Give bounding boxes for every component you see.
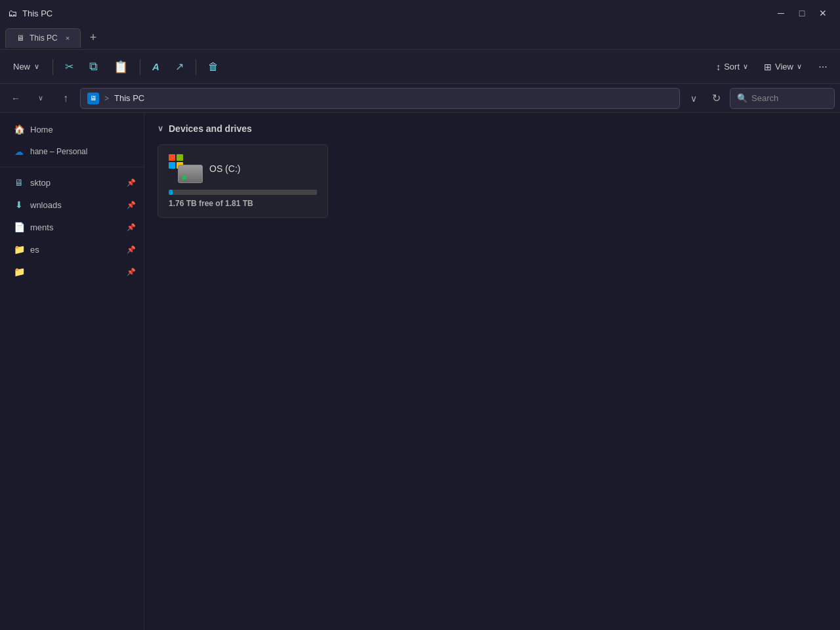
- tab-bar: 🖥 This PC × +: [0, 26, 840, 50]
- back-button[interactable]: ←: [5, 88, 26, 109]
- cloud-icon: ☁: [13, 146, 25, 157]
- toolbar-right: ↕ Sort ∨ ⊞ View ∨ ···: [709, 55, 835, 79]
- new-tab-button[interactable]: +: [83, 28, 103, 48]
- minimize-button[interactable]: ─: [772, 4, 790, 22]
- search-placeholder-text: Search: [751, 93, 778, 103]
- refresh-icon: ↻: [712, 92, 721, 104]
- tab-icon: 🖥: [16, 33, 24, 43]
- share-icon: ↗: [175, 60, 184, 73]
- back-icon: ←: [11, 93, 20, 104]
- drive-space-fill: [169, 190, 173, 195]
- desktop-pin-icon: 📌: [127, 178, 136, 187]
- extra-pin-icon: 📌: [127, 268, 136, 276]
- sidebar-files-label: es: [30, 245, 39, 255]
- sidebar-item-personal[interactable]: ☁ hane – Personal: [0, 140, 144, 163]
- more-icon: ···: [818, 61, 827, 73]
- search-box[interactable]: 🔍 Search: [730, 88, 835, 109]
- win-square-green: [177, 154, 183, 161]
- delete-button[interactable]: 🗑: [201, 55, 225, 79]
- tab-label: This PC: [30, 33, 58, 43]
- address-bar-row: ← ∨ ↑ 🖥 > This PC ∨ ↻ 🔍 Search: [0, 84, 840, 113]
- view-label: View: [775, 62, 793, 72]
- drive-icon-wrapper: [169, 154, 203, 183]
- extra-icon: 📁: [13, 266, 25, 277]
- share-button[interactable]: ↗: [169, 55, 190, 79]
- downloads-pin-icon: 📌: [127, 201, 136, 209]
- history-chevron-icon: ∨: [38, 94, 43, 102]
- new-button-label: New: [13, 62, 30, 72]
- rename-icon: A: [152, 61, 159, 72]
- sort-chevron-icon: ∨: [743, 62, 748, 71]
- address-pc-icon: 🖥: [87, 93, 99, 104]
- hdd-icon: [178, 165, 203, 183]
- title-bar-title: This PC: [22, 9, 52, 18]
- toolbar: New ∨ ✂ ⧉ 📋 A ↗ 🗑 ↕ Sort ∨ ⊞ View ∨ ···: [0, 50, 840, 84]
- sort-button[interactable]: ↕ Sort ∨: [709, 55, 755, 79]
- desktop-icon: 🖥: [13, 177, 25, 188]
- sidebar-home-label: Home: [30, 125, 53, 135]
- drive-space-bar: [169, 190, 317, 195]
- cut-icon: ✂: [65, 60, 74, 73]
- win-square-blue: [169, 162, 175, 169]
- history-dropdown-button[interactable]: ∨: [30, 88, 51, 109]
- address-bar-actions: ∨ ↻: [684, 89, 726, 108]
- up-button[interactable]: ↑: [55, 88, 76, 109]
- win-square-red: [169, 154, 175, 161]
- home-icon: 🏠: [13, 124, 25, 135]
- cut-button[interactable]: ✂: [58, 55, 80, 79]
- pc-icon-glyph: 🖥: [90, 94, 96, 102]
- more-options-button[interactable]: ···: [811, 55, 835, 79]
- devices-section-chevron[interactable]: ∨: [158, 124, 163, 133]
- sidebar-divider: [0, 167, 144, 167]
- toolbar-separator-2: [140, 59, 140, 75]
- drive-item-c[interactable]: OS (C:) 1.76 TB free of 1.81 TB: [158, 144, 328, 218]
- sort-arrows-icon: ↕: [716, 62, 721, 72]
- close-button[interactable]: ✕: [814, 4, 832, 22]
- sidebar-downloads-label: wnloads: [30, 200, 62, 210]
- new-chevron-icon: ∨: [34, 62, 39, 71]
- rename-button[interactable]: A: [146, 55, 166, 79]
- address-bar[interactable]: 🖥 > This PC: [80, 88, 680, 109]
- copy-icon: ⧉: [89, 60, 98, 74]
- devices-section-header: ∨ Devices and drives: [158, 123, 827, 134]
- sidebar-desktop-label: sktop: [30, 178, 51, 188]
- view-chevron-icon: ∨: [797, 62, 802, 71]
- copy-button[interactable]: ⧉: [83, 55, 104, 79]
- toolbar-separator-3: [196, 59, 196, 75]
- address-path-text: This PC: [114, 93, 144, 103]
- sidebar-documents-label: ments: [30, 222, 53, 232]
- paste-icon: 📋: [114, 60, 128, 74]
- sidebar-item-documents[interactable]: 📄 ments 📌: [0, 216, 144, 238]
- maximize-button[interactable]: □: [793, 4, 811, 22]
- paste-button[interactable]: 📋: [107, 55, 135, 79]
- hdd-activity-light: [182, 176, 186, 180]
- files-icon: 📁: [13, 244, 25, 255]
- sort-label: Sort: [724, 62, 740, 72]
- content-area: ∨ Devices and drives: [144, 113, 840, 630]
- sidebar-item-extra[interactable]: 📁 📌: [0, 261, 144, 283]
- sidebar: 🏠 Home ☁ hane – Personal 🖥 sktop 📌 ⬇ wnl…: [0, 113, 144, 630]
- address-chevron-button[interactable]: ∨: [684, 89, 704, 108]
- drive-space-text: 1.76 TB free of 1.81 TB: [169, 199, 317, 208]
- sidebar-item-home[interactable]: 🏠 Home: [0, 118, 144, 140]
- tab-this-pc[interactable]: 🖥 This PC ×: [5, 28, 81, 48]
- title-bar-controls: ─ □ ✕: [772, 4, 832, 22]
- refresh-button[interactable]: ↻: [706, 89, 726, 108]
- title-bar: 🗂 This PC ─ □ ✕: [0, 0, 840, 26]
- new-button[interactable]: New ∨: [5, 55, 47, 79]
- view-button[interactable]: ⊞ View ∨: [757, 55, 808, 79]
- delete-icon: 🗑: [208, 61, 219, 73]
- sidebar-personal-label: hane – Personal: [30, 147, 87, 156]
- devices-section-label: Devices and drives: [169, 123, 252, 134]
- title-bar-icon: 🗂: [8, 8, 17, 18]
- address-separator: >: [104, 94, 109, 103]
- up-icon: ↑: [63, 93, 68, 104]
- tab-close-btn[interactable]: ×: [66, 34, 70, 42]
- sidebar-item-downloads[interactable]: ⬇ wnloads 📌: [0, 194, 144, 216]
- view-grid-icon: ⊞: [764, 62, 772, 72]
- sidebar-item-files[interactable]: 📁 es 📌: [0, 238, 144, 261]
- drive-item-header: OS (C:): [169, 154, 317, 183]
- sidebar-item-desktop[interactable]: 🖥 sktop 📌: [0, 171, 144, 194]
- search-icon: 🔍: [737, 93, 747, 103]
- downloads-icon: ⬇: [13, 200, 25, 210]
